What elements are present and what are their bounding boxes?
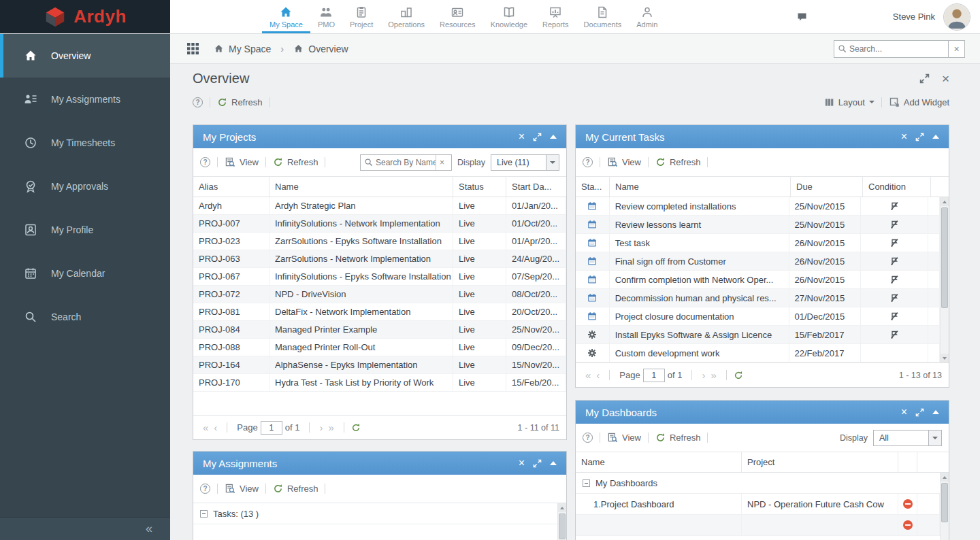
widget-collapse-icon[interactable]	[550, 461, 557, 465]
column-header-name[interactable]: Name	[576, 452, 742, 472]
task-row[interactable]: Review completed installations 25/Nov/20…	[576, 197, 940, 216]
task-row[interactable]: Test task 26/Nov/2015	[576, 234, 940, 252]
condition-slashed-icon[interactable]	[889, 275, 899, 284]
project-row[interactable]: PROJ-067 InfinitySolutions - Epyks Softw…	[193, 268, 566, 286]
dashboards-group-row[interactable]: My Dashboards	[576, 473, 940, 494]
dashboards-scrollbar[interactable]	[940, 473, 949, 540]
refresh-button[interactable]: Refresh	[655, 157, 701, 167]
help-icon[interactable]: ?	[583, 433, 593, 443]
column-header-name[interactable]: Name	[270, 177, 453, 197]
collapse-toggle-icon[interactable]	[200, 510, 208, 518]
sidebar-item-overview[interactable]: Overview	[0, 34, 170, 78]
scrollbar-thumb[interactable]	[559, 513, 566, 539]
dashboard-row[interactable]: 1.Project Dashboard NPD - Operation Futu…	[576, 494, 940, 515]
pager-refresh-icon[interactable]	[351, 423, 361, 433]
column-header-alias[interactable]: Alias	[193, 177, 270, 197]
task-row[interactable]: Confirm completion with Network Oper... …	[576, 271, 940, 289]
task-row[interactable]: Install Epyks Software & Assign Licence …	[576, 326, 940, 344]
collapse-toggle-icon[interactable]	[583, 479, 590, 487]
avatar[interactable]	[943, 3, 970, 31]
first-page-button[interactable]: «	[203, 422, 208, 433]
task-row[interactable]: Final sign off from Customer 26/Nov/2015	[576, 252, 940, 271]
sidebar-item-my-timesheets[interactable]: My Timesheets	[0, 121, 170, 165]
chat-icon[interactable]	[796, 12, 808, 22]
help-icon[interactable]: ?	[200, 484, 210, 494]
column-header-condition[interactable]: Condition	[863, 177, 931, 197]
display-combo[interactable]: Live (11)	[491, 154, 559, 171]
nav-item-reports[interactable]: Reports	[535, 0, 576, 33]
global-search-input[interactable]	[849, 44, 945, 54]
task-row[interactable]: Custom development work 22/Feb/2017	[576, 344, 940, 362]
condition-slashed-icon[interactable]	[889, 201, 899, 211]
first-page-button[interactable]: «	[585, 369, 591, 381]
layout-button[interactable]: Layout	[824, 97, 875, 107]
sidebar-item-search[interactable]: Search	[0, 295, 170, 339]
nav-item-resources[interactable]: Resources	[432, 0, 483, 33]
page-number-input[interactable]	[261, 421, 282, 435]
widget-close-icon[interactable]: ×	[519, 131, 525, 142]
sidebar-item-my-approvals[interactable]: My Approvals	[0, 165, 170, 208]
display-combo[interactable]: All	[873, 430, 942, 446]
widget-close-icon[interactable]: ×	[901, 407, 907, 418]
dashboard-row[interactable]	[576, 515, 940, 536]
project-row[interactable]: PROJ-088 Managed Printer Roll-Out Live 0…	[193, 339, 566, 356]
scroll-up-button[interactable]	[558, 503, 566, 512]
refresh-button[interactable]: Refresh	[655, 433, 701, 443]
breadcrumb-my-space[interactable]: My Space	[214, 44, 271, 54]
project-row[interactable]: PROJ-081 DeltaFix - Network Implementati…	[193, 303, 566, 321]
remove-dashboard-icon[interactable]	[903, 520, 913, 530]
assignments-group-row[interactable]: Tasks: (13 )	[193, 503, 557, 524]
task-row[interactable]: Review lessons learnt 25/Nov/2015	[576, 216, 940, 234]
widget-close-icon[interactable]: ×	[901, 131, 907, 142]
next-page-button[interactable]: ›	[319, 422, 323, 433]
refresh-button[interactable]: Refresh	[217, 97, 263, 107]
column-header-due[interactable]: Due	[791, 177, 863, 197]
global-search-clear-button[interactable]: ×	[948, 40, 965, 58]
project-row[interactable]: Ardyh Ardyh Strategic Plan Live 01/Jan/2…	[193, 197, 566, 215]
scroll-up-button[interactable]	[941, 197, 949, 206]
column-header-name[interactable]: Name	[610, 177, 791, 197]
nav-item-pmo[interactable]: PMO	[310, 0, 342, 33]
refresh-button[interactable]: Refresh	[273, 484, 318, 494]
sidebar-collapse-button[interactable]: «	[0, 517, 170, 540]
widget-collapse-icon[interactable]	[932, 135, 939, 139]
refresh-button[interactable]: Refresh	[273, 157, 318, 167]
project-row[interactable]: PROJ-007 InfinitySolutions - Network Imp…	[193, 215, 566, 233]
sidebar-item-my-assignments[interactable]: My Assignments	[0, 78, 170, 121]
column-header-status[interactable]: Status	[453, 177, 506, 197]
remove-dashboard-icon[interactable]	[903, 499, 913, 509]
next-page-button[interactable]: ›	[702, 369, 705, 381]
widget-expand-icon[interactable]	[533, 459, 542, 468]
help-icon[interactable]: ?	[200, 157, 210, 167]
condition-slashed-icon[interactable]	[889, 238, 899, 248]
widget-collapse-icon[interactable]	[550, 135, 557, 139]
previous-page-button[interactable]: ‹	[214, 422, 217, 433]
combo-trigger[interactable]	[928, 431, 941, 445]
previous-page-button[interactable]: ‹	[596, 369, 600, 381]
task-row[interactable]: Decommission human and physical res... 2…	[576, 289, 940, 307]
user-name[interactable]: Steve Pink	[893, 12, 935, 22]
condition-slashed-icon[interactable]	[889, 311, 899, 321]
widget-expand-icon[interactable]	[533, 133, 542, 141]
column-header-start-date[interactable]: Start Da...	[506, 177, 566, 197]
project-row[interactable]: PROJ-164 AlphaSense - Epyks Implementati…	[193, 356, 566, 374]
project-row[interactable]: PROJ-072 NPD - DriveVision Live 08/Oct/2…	[193, 286, 566, 303]
condition-slashed-icon[interactable]	[889, 330, 899, 339]
project-row[interactable]: PROJ-063 ZarrSolutions - Network Impleme…	[193, 250, 566, 268]
view-button[interactable]: View	[607, 157, 641, 167]
assignments-scrollbar[interactable]	[557, 503, 566, 540]
last-page-button[interactable]: »	[710, 369, 716, 381]
project-row[interactable]: PROJ-023 ZarrSolutions - Epyks Software …	[193, 233, 566, 250]
project-row[interactable]: PROJ-084 Managed Printer Example Live 25…	[193, 321, 566, 339]
pager-refresh-icon[interactable]	[734, 371, 743, 380]
nav-item-knowledge[interactable]: Knowledge	[483, 0, 535, 33]
view-button[interactable]: View	[225, 484, 259, 494]
project-search-input[interactable]	[376, 158, 436, 167]
condition-slashed-icon[interactable]	[889, 256, 899, 266]
nav-item-admin[interactable]: Admin	[629, 0, 665, 33]
widget-expand-icon[interactable]	[915, 133, 924, 141]
apps-grid-icon[interactable]	[187, 43, 199, 54]
widget-close-icon[interactable]: ×	[519, 458, 525, 469]
nav-item-operations[interactable]: Operations	[380, 0, 432, 33]
breadcrumb-overview[interactable]: Overview	[293, 44, 348, 54]
